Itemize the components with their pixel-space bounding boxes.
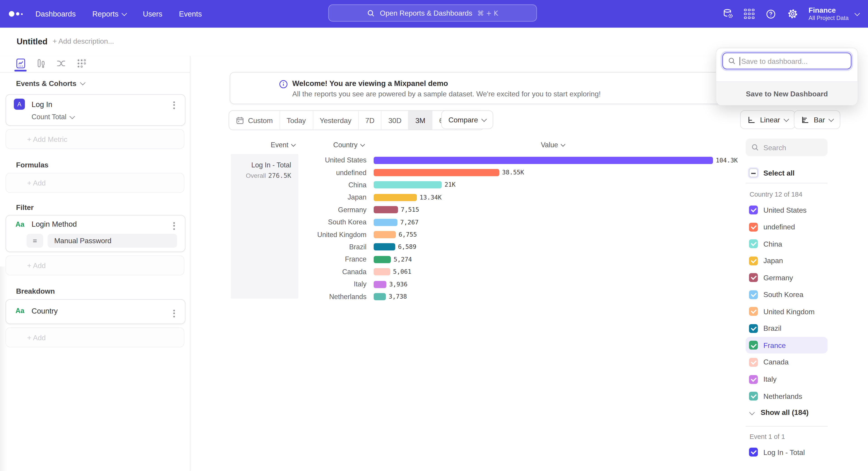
legend-item-undefined[interactable]: undefined xyxy=(746,218,828,235)
legend-checkbox[interactable] xyxy=(749,358,758,367)
range-7d[interactable]: 7D xyxy=(359,111,382,129)
info-icon xyxy=(279,80,288,89)
bar[interactable] xyxy=(374,206,398,213)
legend-item-brazil[interactable]: Brazil xyxy=(746,320,828,336)
bar-value: 7,267 xyxy=(400,219,418,226)
legend-item-united-kingdom[interactable]: United Kingdom xyxy=(746,303,828,320)
filter-operator[interactable]: = xyxy=(27,234,43,247)
settings-gear-icon[interactable] xyxy=(787,8,798,20)
bar[interactable] xyxy=(374,243,395,251)
bar[interactable] xyxy=(374,231,396,238)
bar[interactable] xyxy=(374,281,386,288)
add-description-placeholder[interactable]: + Add description... xyxy=(53,37,114,46)
legend-item-united-states[interactable]: United States xyxy=(746,202,828,218)
help-icon[interactable] xyxy=(765,8,776,20)
bar[interactable] xyxy=(374,194,417,201)
range-30d[interactable]: 30D xyxy=(381,111,409,129)
legend-item-japan[interactable]: Japan xyxy=(746,253,828,269)
event-section-header: Event 1 of 1 xyxy=(749,433,785,440)
nav-item-dashboards[interactable]: Dashboards xyxy=(35,10,76,18)
bar-value: 38.55K xyxy=(502,169,524,176)
bar[interactable] xyxy=(374,293,386,300)
tab-retention-icon[interactable] xyxy=(75,57,88,69)
apps-grid-icon[interactable] xyxy=(744,8,755,20)
metric-kebab-icon[interactable] xyxy=(171,99,177,111)
legend-label: France xyxy=(763,341,786,350)
save-input-placeholder: Save to dashboard... xyxy=(741,57,808,65)
show-all-row[interactable]: Show all (184) xyxy=(746,404,828,420)
tab-flows-icon[interactable] xyxy=(54,57,68,69)
legend-item-germany[interactable]: Germany xyxy=(746,269,828,286)
metric-aggregation[interactable]: Count Total xyxy=(32,113,74,121)
range-custom[interactable]: Custom xyxy=(229,111,280,129)
add-metric-button[interactable]: + Add Metric xyxy=(5,129,184,149)
legend-checkbox[interactable] xyxy=(749,223,758,231)
bar[interactable] xyxy=(374,256,391,263)
nav-items: DashboardsReportsUsersEvents xyxy=(35,0,202,28)
bar[interactable] xyxy=(374,156,713,164)
legend-checkbox[interactable] xyxy=(749,375,758,384)
breakdown-kebab-icon[interactable] xyxy=(171,307,177,319)
compare-button[interactable]: Compare xyxy=(441,110,493,129)
tab-funnels-icon[interactable] xyxy=(34,57,48,69)
legend-search-input[interactable]: Search xyxy=(746,139,828,156)
nav-item-users[interactable]: Users xyxy=(143,10,162,18)
select-all-row[interactable]: Select all xyxy=(746,165,828,181)
bar-value: 21K xyxy=(445,181,456,189)
legend-checkbox[interactable] xyxy=(749,307,758,316)
add-formula-button[interactable]: + Add xyxy=(5,173,184,193)
data-management-icon[interactable] xyxy=(722,8,733,20)
range-today[interactable]: Today xyxy=(280,111,313,129)
report-type-tabs xyxy=(0,56,190,72)
breakdown-card[interactable]: Aa Country xyxy=(5,299,185,324)
legend-checkbox[interactable] xyxy=(749,324,758,333)
legend-checkbox[interactable] xyxy=(749,392,758,401)
column-header-value[interactable]: Value xyxy=(541,141,565,149)
event-checkbox-row[interactable]: Log In - Total xyxy=(746,444,828,460)
column-header-event[interactable]: Event xyxy=(271,141,295,149)
bar[interactable] xyxy=(374,181,442,189)
mixpanel-logo[interactable] xyxy=(9,0,23,28)
events-cohorts-header[interactable]: Events & Cohorts xyxy=(16,79,85,88)
global-search[interactable]: Open Reports & Dashboards ⌘ + K xyxy=(328,4,537,22)
bar-row-canada: Canada5,061 xyxy=(190,266,738,278)
legend-checkbox[interactable] xyxy=(749,273,758,282)
event-checkbox[interactable] xyxy=(749,448,758,457)
bar-label: undefined xyxy=(190,169,366,176)
legend-item-canada[interactable]: Canada xyxy=(746,354,828,371)
project-switcher[interactable]: Finance All Project Data xyxy=(809,6,859,21)
tab-insights-icon[interactable] xyxy=(14,57,27,69)
legend-checkbox[interactable] xyxy=(749,256,758,265)
legend-checkbox[interactable] xyxy=(749,239,758,248)
breakdown-property-name[interactable]: Country xyxy=(32,307,58,315)
bar[interactable] xyxy=(374,219,397,226)
nav-item-events[interactable]: Events xyxy=(179,10,202,18)
legend-checkbox[interactable] xyxy=(749,341,758,350)
filter-property-name[interactable]: Login Method xyxy=(32,220,77,228)
breakdown-header: Breakdown xyxy=(16,287,55,295)
range-3m[interactable]: 3M xyxy=(409,111,432,129)
select-all-checkbox[interactable] xyxy=(749,168,758,177)
legend-item-netherlands[interactable]: Netherlands xyxy=(746,388,828,404)
filter-card[interactable]: Aa Login Method = Manual Password xyxy=(5,215,185,252)
filter-value[interactable]: Manual Password xyxy=(48,234,177,247)
filter-kebab-icon[interactable] xyxy=(171,220,177,232)
nav-item-reports[interactable]: Reports xyxy=(92,10,126,18)
add-breakdown-button[interactable]: + Add xyxy=(5,327,184,347)
bar[interactable] xyxy=(374,268,390,275)
legend-item-italy[interactable]: Italy xyxy=(746,371,828,387)
save-to-dashboard-input[interactable]: Save to dashboard... xyxy=(722,53,851,69)
legend-item-france[interactable]: France xyxy=(746,337,828,354)
legend-item-south-korea[interactable]: South Korea xyxy=(746,286,828,303)
save-to-new-dashboard-button[interactable]: Save to New Dashboard xyxy=(716,82,857,105)
legend-checkbox[interactable] xyxy=(749,290,758,299)
range-yesterday[interactable]: Yesterday xyxy=(313,111,359,129)
metric-event-name[interactable]: Log In xyxy=(32,100,53,109)
report-title[interactable]: Untitled xyxy=(17,37,48,46)
legend-item-china[interactable]: China xyxy=(746,235,828,252)
bar[interactable] xyxy=(374,169,499,176)
legend-checkbox[interactable] xyxy=(749,206,758,214)
add-filter-button[interactable]: + Add xyxy=(5,256,184,275)
metric-card[interactable]: A Log In Count Total xyxy=(5,94,185,126)
column-header-country[interactable]: Country xyxy=(333,141,364,149)
